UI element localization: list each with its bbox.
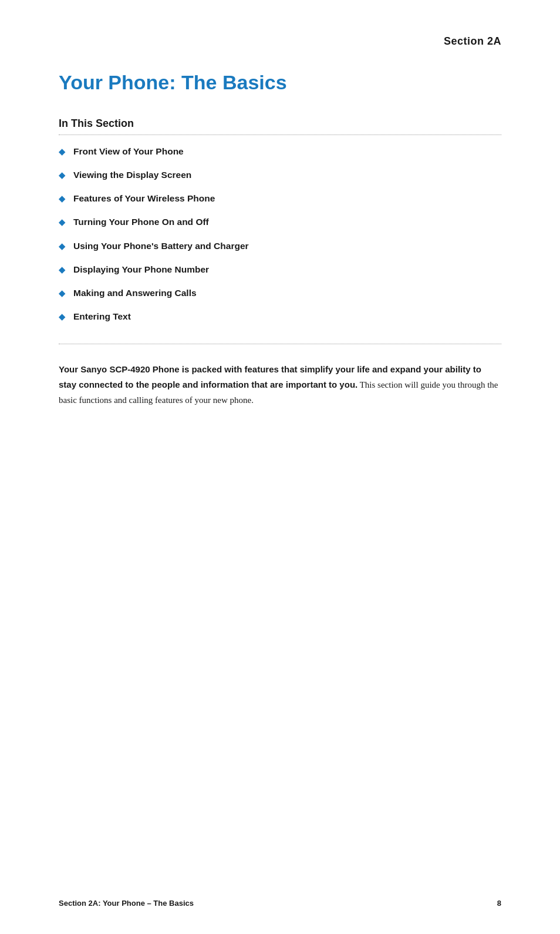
diamond-icon: ◆: [59, 194, 65, 203]
toc-item-label: Viewing the Display Screen: [73, 169, 191, 181]
toc-item-label: Displaying Your Phone Number: [73, 264, 209, 276]
toc-item-label: Making and Answering Calls: [73, 287, 197, 299]
list-item: ◆ Using Your Phone's Battery and Charger: [59, 240, 501, 252]
section-label: Section 2A: [59, 35, 501, 48]
list-item: ◆ Turning Your Phone On and Off: [59, 216, 501, 228]
page-footer: Section 2A: Your Phone – The Basics 8: [59, 899, 501, 908]
diamond-icon: ◆: [59, 241, 65, 251]
diamond-icon: ◆: [59, 147, 65, 156]
list-item: ◆ Front View of Your Phone: [59, 146, 501, 157]
toc-item-label: Entering Text: [73, 311, 131, 322]
toc-item-label: Features of Your Wireless Phone: [73, 193, 215, 204]
toc-item-label: Turning Your Phone On and Off: [73, 216, 209, 228]
diamond-icon: ◆: [59, 288, 65, 298]
page-container: Section 2A Your Phone: The Basics In Thi…: [0, 0, 560, 934]
list-item: ◆ Viewing the Display Screen: [59, 169, 501, 181]
list-item: ◆ Features of Your Wireless Phone: [59, 193, 501, 204]
diamond-icon: ◆: [59, 170, 65, 180]
list-item: ◆ Making and Answering Calls: [59, 287, 501, 299]
top-divider: [59, 135, 501, 135]
intro-paragraph: Your Sanyo SCP-4920 Phone is packed with…: [59, 362, 501, 408]
diamond-icon: ◆: [59, 265, 65, 274]
bottom-divider: [59, 344, 501, 344]
footer-left-text: Section 2A: Your Phone – The Basics: [59, 899, 194, 908]
list-item: ◆ Entering Text: [59, 311, 501, 322]
toc-list: ◆ Front View of Your Phone ◆ Viewing the…: [59, 146, 501, 334]
diamond-icon: ◆: [59, 312, 65, 321]
page-title: Your Phone: The Basics: [59, 71, 501, 94]
list-item: ◆ Displaying Your Phone Number: [59, 264, 501, 276]
toc-item-label: Front View of Your Phone: [73, 146, 184, 157]
toc-item-label: Using Your Phone's Battery and Charger: [73, 240, 249, 252]
toc-heading: In This Section: [59, 117, 501, 130]
diamond-icon: ◆: [59, 217, 65, 227]
footer-page-number: 8: [497, 899, 501, 908]
